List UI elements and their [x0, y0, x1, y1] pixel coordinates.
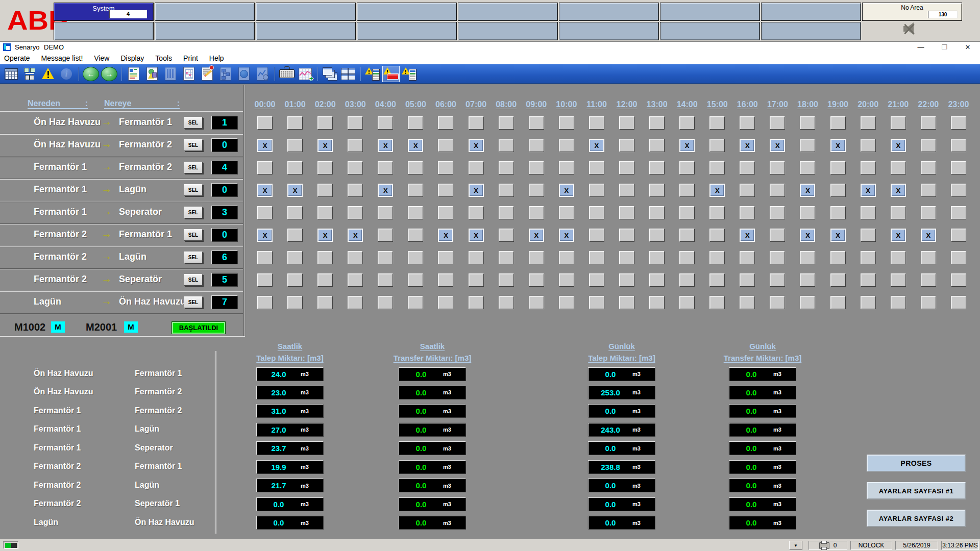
- hour-header-12-00[interactable]: 12:00: [610, 100, 644, 109]
- schedule-cell-r3-13-00[interactable]: [649, 161, 665, 174]
- schedule-cell-r8-13-00[interactable]: [649, 273, 665, 287]
- schedule-cell-r5-22-00[interactable]: [921, 206, 936, 219]
- bottom-header-label-1[interactable]: Talep Miktarı: [m3]: [229, 354, 351, 362]
- schedule-cell-r7-22-00[interactable]: [921, 251, 936, 264]
- nav-button-ayarlar-sayfasi-2[interactable]: AYARLAR SAYFASI #2: [867, 510, 966, 527]
- bottom-header-label-2[interactable]: Transfer Miktarı: [m3]: [371, 354, 494, 362]
- schedule-cell-r5-10-00[interactable]: [559, 206, 574, 219]
- schedule-cell-r9-02-00[interactable]: [317, 296, 333, 309]
- sel-button[interactable]: SEL: [184, 184, 203, 196]
- schedule-cell-r5-17-00[interactable]: [770, 206, 785, 219]
- schedule-cell-r3-20-00[interactable]: [861, 161, 876, 174]
- schedule-cell-r3-18-00[interactable]: [800, 161, 815, 174]
- schedule-cell-r7-03-00[interactable]: [348, 251, 363, 264]
- schedule-cell-r3-03-00[interactable]: [348, 161, 363, 174]
- schedule-cell-r6-20-00[interactable]: [861, 229, 876, 242]
- schedule-cell-r8-17-00[interactable]: [770, 273, 785, 287]
- schedule-cell-r9-19-00[interactable]: [830, 296, 846, 309]
- strip-button-empty[interactable]: [458, 3, 558, 21]
- schedule-cell-r4-09-00[interactable]: [529, 184, 544, 197]
- cascade-windows-icon[interactable]: [321, 66, 338, 82]
- maximize-button[interactable]: ❐: [935, 42, 953, 53]
- schedule-cell-r8-22-00[interactable]: [921, 273, 936, 287]
- schedule-cell-r5-00-00[interactable]: [257, 206, 273, 219]
- schedule-cell-r7-12-00[interactable]: [619, 251, 634, 264]
- schedule-cell-r7-13-00[interactable]: [649, 251, 665, 264]
- schedule-cell-r4-08-00[interactable]: [499, 184, 514, 197]
- schedule-cell-r1-08-00[interactable]: [499, 116, 514, 130]
- alarm-list-2-icon[interactable]: [401, 66, 418, 82]
- schedule-cell-r4-19-00[interactable]: [830, 184, 846, 197]
- hour-header-10-00[interactable]: 10:00: [550, 100, 583, 109]
- report-shapes-icon[interactable]: [143, 66, 161, 82]
- table-grid-icon[interactable]: [3, 66, 20, 82]
- schedule-cell-r2-09-00[interactable]: [529, 139, 544, 152]
- schedule-cell-r6-17-00[interactable]: [770, 229, 785, 242]
- schedule-cell-r5-15-00[interactable]: [709, 206, 725, 219]
- schedule-cell-r3-12-00[interactable]: [619, 161, 634, 174]
- hour-header-06-00[interactable]: 06:00: [429, 100, 462, 109]
- schedule-cell-r9-12-00[interactable]: [619, 296, 634, 309]
- schedule-cell-r2-15-00[interactable]: [709, 139, 725, 152]
- schedule-cell-r9-03-00[interactable]: [348, 296, 363, 309]
- strip-button-empty[interactable]: [761, 22, 861, 40]
- schedule-cell-r7-20-00[interactable]: [861, 251, 876, 264]
- schedule-cell-r9-16-00[interactable]: [740, 296, 755, 309]
- schedule-cell-r1-13-00[interactable]: [649, 116, 665, 130]
- schedule-cell-r4-03-00[interactable]: [348, 184, 363, 197]
- schedule-cell-r4-11-00[interactable]: [589, 184, 604, 197]
- schedule-cell-r9-00-00[interactable]: [257, 296, 273, 309]
- schedule-cell-r9-15-00[interactable]: [709, 296, 725, 309]
- schedule-cell-r8-11-00[interactable]: [589, 273, 604, 287]
- schedule-cell-r8-10-00[interactable]: [559, 273, 574, 287]
- schedule-cell-r8-07-00[interactable]: [469, 273, 484, 287]
- strip-button-empty[interactable]: [54, 22, 154, 40]
- hour-header-16-00[interactable]: 16:00: [730, 100, 764, 109]
- schedule-cell-r5-23-00[interactable]: [951, 206, 966, 219]
- routes-header-to[interactable]: Nereye :: [104, 99, 180, 109]
- schedule-cell-r4-17-00[interactable]: [770, 184, 785, 197]
- sel-button[interactable]: SEL: [184, 162, 203, 173]
- schedule-cell-r1-00-00[interactable]: [257, 116, 273, 130]
- sel-button[interactable]: SEL: [184, 252, 203, 263]
- schedule-cell-r7-18-00[interactable]: [800, 251, 815, 264]
- schedule-cell-r7-01-00[interactable]: [287, 251, 303, 264]
- hour-header-11-00[interactable]: 11:00: [580, 100, 614, 109]
- schedule-cell-r4-06-00[interactable]: [438, 184, 453, 197]
- schedule-cell-r3-02-00[interactable]: [317, 161, 333, 174]
- add-chart-icon[interactable]: +: [297, 66, 314, 82]
- bottom-header-group-4[interactable]: Günlük: [701, 342, 824, 350]
- schedule-cell-r2-22-00[interactable]: [921, 139, 936, 152]
- strip-button-empty[interactable]: [357, 3, 457, 21]
- schedule-cell-r5-21-00[interactable]: [891, 206, 906, 219]
- schedule-cell-r5-04-00[interactable]: [378, 206, 393, 219]
- schedule-cell-r3-10-00[interactable]: [559, 161, 574, 174]
- schedule-cell-r1-18-00[interactable]: [800, 116, 815, 130]
- schedule-cell-r9-14-00[interactable]: [679, 296, 695, 309]
- schedule-cell-r6-00-00[interactable]: X: [257, 229, 273, 242]
- strip-button-empty[interactable]: [559, 3, 659, 21]
- strip-button-empty[interactable]: [155, 3, 255, 21]
- schedule-cell-r7-07-00[interactable]: [469, 251, 484, 264]
- schedule-cell-r1-23-00[interactable]: [951, 116, 966, 130]
- schedule-cell-r4-13-00[interactable]: [649, 184, 665, 197]
- schedule-cell-r6-01-00[interactable]: [287, 229, 303, 242]
- schedule-cell-r1-03-00[interactable]: [348, 116, 363, 130]
- schedule-cell-r7-17-00[interactable]: [770, 251, 785, 264]
- routes-header-from[interactable]: Nereden :: [28, 99, 88, 109]
- schedule-cell-r1-10-00[interactable]: [559, 116, 574, 130]
- schedule-cell-r2-11-00[interactable]: X: [589, 139, 604, 152]
- schedule-cell-r8-19-00[interactable]: [830, 273, 846, 287]
- schedule-cell-r3-00-00[interactable]: [257, 161, 273, 174]
- schedule-cell-r4-23-00[interactable]: [951, 184, 966, 197]
- schedule-cell-r8-06-00[interactable]: [438, 273, 453, 287]
- schedule-cell-r6-02-00[interactable]: X: [317, 229, 333, 242]
- schedule-cell-r1-02-00[interactable]: [317, 116, 333, 130]
- schedule-cell-r4-05-00[interactable]: [408, 184, 423, 197]
- schedule-cell-r3-15-00[interactable]: [709, 161, 725, 174]
- schedule-cell-r8-09-00[interactable]: [529, 273, 544, 287]
- schedule-cell-r7-11-00[interactable]: [589, 251, 604, 264]
- hour-header-20-00[interactable]: 20:00: [851, 100, 885, 109]
- sel-button[interactable]: SEL: [184, 207, 203, 218]
- schedule-cell-r7-02-00[interactable]: [317, 251, 333, 264]
